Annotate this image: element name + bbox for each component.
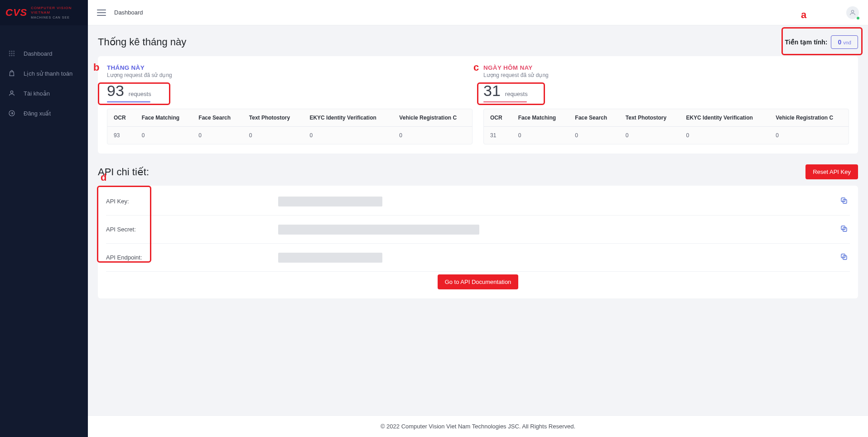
th: EKYC Identity Verification (680, 109, 769, 127)
topbar: Dashboard a (88, 0, 868, 25)
brand-line2: VIETNAM (31, 11, 72, 14)
api-key-label: API Key: (106, 198, 269, 205)
th: Vehicle Registration C (393, 109, 472, 127)
th: OCR (484, 109, 512, 127)
table-row: 31 0 0 0 0 0 (484, 127, 849, 144)
brand-logo[interactable]: CVS COMPUTER VISION VIETNAM MACHINES CAN… (0, 0, 88, 25)
th: Vehicle Registration C (769, 109, 849, 127)
td: 0 (512, 127, 569, 144)
balance: Tiền tạm tính: 0 vnđ (785, 35, 858, 49)
svg-point-0 (9, 51, 10, 52)
svg-point-4 (11, 53, 12, 54)
sidebar-item-label: Lịch sử thanh toán (24, 70, 72, 77)
grid-icon (8, 50, 15, 57)
sidebar-item-dashboard[interactable]: Dashboard (0, 43, 88, 63)
td: 0 (303, 127, 393, 144)
svg-point-6 (9, 55, 10, 56)
svg-point-5 (14, 53, 14, 54)
card-today-unit: requests (505, 91, 528, 97)
th: Text Photostory (243, 109, 304, 127)
sidebar-item-label: Tài khoản (24, 90, 50, 97)
balance-value: 0 (838, 38, 841, 46)
card-month-table-wrap[interactable]: OCR Face Matching Face Search Text Photo… (107, 109, 473, 144)
brand-line3: MACHINES CAN SEE (31, 16, 72, 19)
td: 0 (192, 127, 242, 144)
sidebar-item-label: Dashboard (24, 50, 53, 57)
api-panel: API Key: API Secret: (98, 186, 858, 298)
balance-label: Tiền tạm tính: (785, 38, 828, 46)
svg-point-8 (14, 55, 14, 56)
th: Face Search (569, 109, 619, 127)
td: 0 (393, 127, 472, 144)
card-today-table-wrap[interactable]: OCR Face Matching Face Search Text Photo… (483, 109, 849, 144)
api-secret-value-redacted (278, 225, 479, 235)
api-endpoint-value-redacted (278, 253, 382, 263)
balance-currency: vnđ (843, 40, 851, 45)
annotation-label-a: a (801, 9, 806, 21)
card-month-title: THÁNG NÀY (107, 64, 473, 71)
td: 31 (484, 127, 512, 144)
copy-icon (840, 199, 848, 206)
table-row: 93 0 0 0 0 0 (107, 127, 472, 144)
user-icon (8, 90, 15, 97)
td: 93 (107, 127, 135, 144)
card-month: THÁNG NÀY Lượng request đã sử dụng 93 re… (107, 64, 473, 144)
th: Text Photostory (619, 109, 680, 127)
api-key-value-redacted (278, 197, 382, 206)
sidebar-item-logout[interactable]: Đăng xuất (0, 103, 88, 123)
sidebar-item-label: Đăng xuất (24, 110, 51, 117)
api-row-endpoint: API Endpoint: (106, 244, 850, 272)
menu-toggle-icon[interactable] (97, 10, 106, 16)
sidebar-item-account[interactable]: Tài khoản (0, 83, 88, 103)
copy-icon (840, 255, 848, 262)
annotation-label-b: b (93, 62, 99, 73)
card-today-table: OCR Face Matching Face Search Text Photo… (484, 109, 849, 144)
api-endpoint-label: API Endpoint: (106, 254, 269, 261)
api-row-secret: API Secret: (106, 216, 850, 244)
th: Face Search (192, 109, 242, 127)
svg-point-2 (14, 51, 14, 52)
card-month-underline (107, 101, 150, 102)
td: 0 (619, 127, 680, 144)
td: 0 (769, 127, 849, 144)
bag-icon (8, 70, 15, 77)
brand-mark: CVS (5, 7, 27, 19)
th: EKYC Identity Verification (303, 109, 393, 127)
logout-icon (8, 110, 15, 117)
avatar[interactable]: a (846, 6, 859, 19)
api-row-key: API Key: (106, 187, 850, 216)
breadcrumb: Dashboard (114, 9, 143, 16)
footer: © 2022 Computer Vision Viet Nam Technolo… (88, 415, 868, 437)
copy-api-secret-button[interactable] (838, 223, 850, 236)
card-month-unit: requests (129, 91, 151, 97)
api-documentation-button[interactable]: Go to API Documentation (438, 274, 519, 289)
sidebar-nav: Dashboard Lịch sử thanh toán Tài khoản Đ… (0, 25, 88, 123)
card-month-subtitle: Lượng request đã sử dụng (107, 72, 473, 78)
card-today-underline (483, 101, 527, 102)
card-today-title: NGÀY HÔM NAY (483, 64, 849, 71)
api-section-title: API chi tiết: (98, 166, 149, 178)
card-month-table: OCR Face Matching Face Search Text Photo… (107, 109, 472, 144)
svg-point-3 (9, 53, 10, 54)
reset-api-key-button[interactable]: Reset API Key (805, 164, 858, 179)
footer-text: © 2022 Computer Vision Viet Nam Technolo… (381, 423, 575, 430)
balance-value-box[interactable]: 0 vnđ (831, 35, 858, 49)
svg-point-1 (11, 51, 12, 52)
copy-icon (840, 227, 848, 234)
copy-api-key-button[interactable] (838, 195, 850, 208)
sidebar-item-payments[interactable]: Lịch sử thanh toán (0, 63, 88, 83)
annotation-label-c: c (473, 62, 479, 73)
td: 0 (569, 127, 619, 144)
copy-api-endpoint-button[interactable] (838, 251, 850, 264)
th: Face Matching (135, 109, 193, 127)
td: 0 (135, 127, 193, 144)
brand-line1: COMPUTER VISION (31, 6, 72, 10)
api-secret-label: API Secret: (106, 226, 269, 233)
th: Face Matching (512, 109, 569, 127)
td: 0 (680, 127, 769, 144)
th: OCR (107, 109, 135, 127)
card-today-value: 31 (483, 82, 501, 100)
td: 0 (243, 127, 304, 144)
svg-point-11 (851, 10, 854, 12)
card-month-value: 93 (107, 82, 124, 100)
